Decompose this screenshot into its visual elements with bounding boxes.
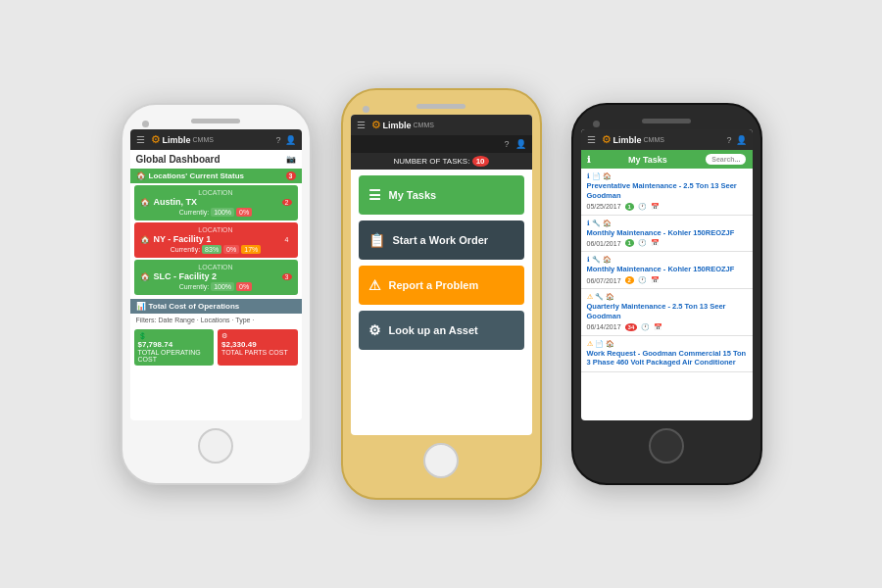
task-badge-2: 1 [625,239,634,247]
warning-icon-t5: ⚠ [587,340,593,348]
status-pct-green: 100% [211,208,234,217]
task-badge-1: 1 [625,203,634,211]
help-icon-3[interactable]: ? [726,135,731,145]
task-icons-5: ⚠ 📄 🏠 [587,340,747,348]
task-icons-2: ℹ 🔧 🏠 [587,220,747,227]
menu-work-order[interactable]: 📋 Start a Work Order [359,220,524,260]
cal-icon-1: 📅 [651,203,660,211]
task-count-label: NUMBER OF TASKS: [393,157,469,166]
loc-badge: 2 [282,199,292,206]
screen1-content: Global Dashboard 📷 🏠 Locations' Current … [130,150,302,368]
lookup-asset-label: Look up an Asset [389,324,478,336]
task-item-5[interactable]: ⚠ 📄 🏠 Work Request - Goodman Commercial … [581,336,753,373]
task-item-1[interactable]: ℹ 📄 🏠 Preventative Maintenance - 2.5 Ton… [581,169,753,216]
task-title-2: Monthly Maintenance - Kohler 150REOZJF [587,228,747,238]
wrench-icon-t3: 🔧 [592,256,601,264]
help-icon-2[interactable]: ? [504,139,509,149]
home-button-1[interactable] [198,428,233,464]
task-title-4: Quarterly Maintenance - 2.5 Ton 13 Seer … [587,302,747,321]
location-name: Austin, TX [154,197,198,207]
cal-icon-2: 📅 [651,239,660,247]
clock-icon-1: 🕐 [638,203,647,211]
status-pct-red: 0% [236,282,252,291]
status-pct-green: 83% [202,245,221,254]
brand-name-3: Limble [613,135,642,145]
user-icon-2[interactable]: 👤 [515,139,526,149]
phone-speaker-3 [642,119,691,123]
cost-card-operating[interactable]: 💲 $7,798.74 TOTAL OPERATING COST [134,329,215,366]
cost-header: 📊 Total Cost of Operations [130,299,302,314]
clock-icon-3: 🕐 [638,276,647,284]
menu-icon-3[interactable]: ☰ [587,134,596,145]
cost-cards: 💲 $7,798.74 TOTAL OPERATING COST ⚙ $2,33… [130,326,302,368]
task-badge-4: 34 [625,323,638,331]
tasks-icon: ☰ [368,187,381,203]
cost-card-parts[interactable]: ⚙ $2,330.49 TOTAL PARTS COST [218,329,298,366]
task-title-1: Preventative Maintenance - 2.5 Ton 13 Se… [587,181,747,201]
task-date-2: 06/01/2017 1 🕐 📅 [587,239,747,247]
tasks-list-header: ℹ My Tasks Search... [581,150,753,169]
warning-icon: ⚠ [368,277,381,293]
cal-icon-4: 📅 [654,323,662,331]
menu-my-tasks[interactable]: ☰ My Tasks [359,175,524,215]
task-date-text-3: 06/07/2017 [587,277,621,284]
screen3-content: ℹ My Tasks Search... ℹ 📄 🏠 Preventative … [581,150,753,372]
location-ny[interactable]: LOCATION 🏠 NY - Facility 1 4 Currently: … [134,222,298,258]
clock-icon-4: 🕐 [641,323,650,331]
location-label: LOCATION [140,226,292,233]
task-date-4: 06/14/2017 34 🕐 📅 [587,323,747,331]
parts-cost-amount: $2,330.49 [221,340,294,349]
phone-screen-3: ☰ ⚙ Limble CMMS ? 👤 ℹ My Tasks Search... [581,129,753,420]
chart-icon: 📊 [136,302,146,311]
task-item-2[interactable]: ℹ 🔧 🏠 Monthly Maintenance - Kohler 150RE… [581,216,753,253]
brand-sub: CMMS [193,136,214,143]
app-bar-icons-3: ? 👤 [726,135,746,145]
gear-icon: ⚙ [151,133,161,146]
brand-sub-3: CMMS [644,136,664,143]
cost-icon: 💲 [138,332,147,340]
menu-report-problem[interactable]: ⚠ Report a Problem [359,266,524,305]
cost-filters[interactable]: Filters: Date Range · Locations · Type · [130,314,302,326]
user-icon[interactable]: 👤 [285,135,296,145]
user-icon-3[interactable]: 👤 [736,135,747,145]
menu-icon-2[interactable]: ☰ [357,120,366,130]
cal-icon-3: 📅 [651,276,660,284]
phone-camera-2 [363,106,369,113]
info-icon-t1: ℹ [587,172,590,180]
loc-badge: 4 [282,236,292,243]
gear-icon-2: ⚙ [371,119,381,131]
wrench-icon-t2: 🔧 [592,220,601,227]
task-title-3: Monthly Maintenance - Kohler 150REOZJF [587,265,747,274]
camera-icon[interactable]: 📷 [286,155,296,164]
home-button-3[interactable] [649,428,684,464]
task-icons-4: ⚠ 🔧 🏠 [587,293,747,301]
menu-icon[interactable]: ☰ [136,134,145,145]
location-name: NY - Facility 1 [154,234,212,244]
menu-lookup-asset[interactable]: ⚙ Look up an Asset [359,311,524,350]
home-button-2[interactable] [423,443,459,478]
screen2-content: NUMBER OF TASKS: 10 ☰ My Tasks 📋 Start a… [351,153,532,350]
brand-name: Limble [163,135,191,145]
operating-cost-label: TOTAL OPERATING COST [138,349,211,363]
info-icon-t2: ℹ [587,220,590,227]
location-austin[interactable]: LOCATION 🏠 Austin, TX 2 Currently: 100% … [134,185,298,220]
location-slc[interactable]: LOCATION 🏠 SLC - Facility 2 3 Currently:… [134,260,298,295]
task-item-4[interactable]: ⚠ 🔧 🏠 Quarterly Maintenance - 2.5 Ton 13… [581,289,753,336]
home-icon-t2: 🏠 [603,220,612,227]
app-bar-icons-1: ? 👤 [275,135,295,145]
help-icon[interactable]: ? [275,135,280,145]
brand-sub-2: CMMS [414,122,434,128]
phone-camera-3 [593,121,600,127]
location-status: Currently: 100% 0% [140,208,292,217]
task-date-text-4: 06/14/2017 [587,323,621,330]
task-count-badge: 10 [472,156,489,167]
task-icons-3: ℹ 🔧 🏠 [587,256,747,264]
limble-logo-2: ⚙ Limble CMMS [371,119,526,131]
status-pct-red: 0% [236,208,252,217]
limble-logo-3: ⚙ Limble CMMS [602,133,723,146]
location-name: SLC - Facility 2 [154,271,218,281]
task-badge-3: 2 [625,276,634,284]
dashboard-header: Global Dashboard 📷 [130,150,302,169]
search-input[interactable]: Search... [706,154,746,165]
task-item-3[interactable]: ℹ 🔧 🏠 Monthly Maintenance - Kohler 150RE… [581,252,753,289]
